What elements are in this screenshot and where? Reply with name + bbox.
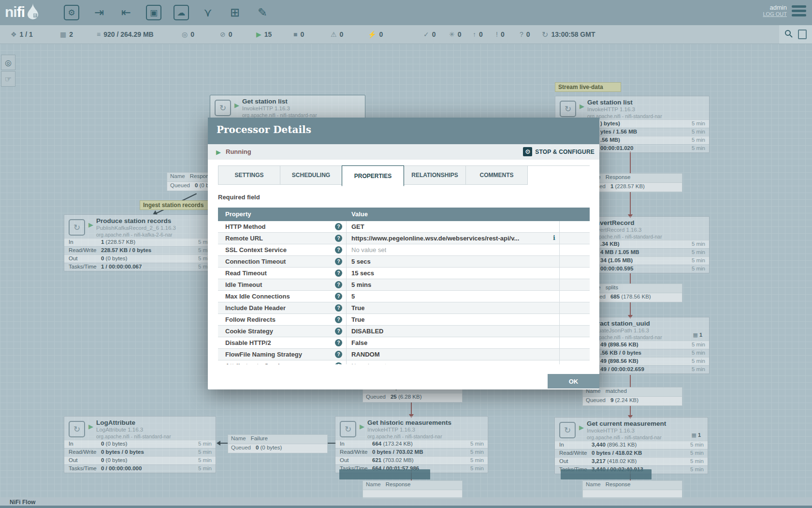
processor-name: Get station list bbox=[242, 98, 288, 105]
property-value-cell[interactable]: False bbox=[347, 337, 560, 348]
property-help-icon[interactable]: ? bbox=[335, 246, 342, 254]
property-value-cell[interactable]: RANDOM bbox=[347, 349, 560, 360]
property-help-icon[interactable]: ? bbox=[335, 269, 342, 277]
property-help-icon[interactable]: ? bbox=[335, 293, 342, 300]
q-response-bottom-right[interactable]: NameResponse bbox=[582, 480, 682, 499]
tool-processor-icon[interactable]: ⚙ bbox=[63, 4, 80, 21]
dialog-status-bar: ▶ Running ⚙ STOP & CONFIGURE bbox=[208, 144, 599, 160]
tab-relationships[interactable]: RELATIONSHIPS bbox=[404, 165, 466, 185]
property-column-header: Property bbox=[218, 208, 347, 221]
property-value-cell[interactable]: DISABLED bbox=[347, 326, 560, 337]
property-help-icon[interactable]: ? bbox=[335, 223, 342, 230]
processor-type: InvokeHTTP 1.16.3 bbox=[242, 105, 290, 111]
tool-template-icon[interactable]: ⊞ bbox=[226, 4, 244, 21]
tab-comments[interactable]: COMMENTS bbox=[465, 165, 528, 185]
properties-table: Property Value HTTP Method?GETRemote URL… bbox=[218, 208, 590, 364]
property-help-icon[interactable]: ? bbox=[335, 304, 342, 312]
processor-stat-row: Read/Write0 bytes / 418.02 KB 5 min bbox=[555, 449, 708, 457]
property-value-cell[interactable]: 5 mins bbox=[347, 279, 560, 290]
property-help-icon[interactable]: ? bbox=[335, 258, 342, 265]
tool-remote-process-group-icon[interactable]: ☁ bbox=[173, 4, 190, 21]
logout-link[interactable]: LOG OUT bbox=[763, 11, 787, 17]
breadcrumb-root[interactable]: NiFi Flow bbox=[10, 499, 35, 506]
q-failure[interactable]: NameFailureQueued0 (0 bytes) bbox=[228, 434, 328, 453]
property-help-icon[interactable]: ? bbox=[335, 328, 342, 335]
global-menu-button[interactable] bbox=[792, 5, 806, 18]
property-help-icon[interactable]: ? bbox=[335, 362, 342, 364]
bulletin-panel-icon[interactable] bbox=[798, 30, 807, 39]
property-value-cell[interactable]: No value set bbox=[347, 360, 560, 364]
property-value-cell[interactable]: 15 secs bbox=[347, 268, 560, 279]
stop-and-configure-button[interactable]: ⚙ STOP & CONFIGURE bbox=[523, 147, 594, 156]
status-bar: ❖1 / 1▦2≡920 / 264.29 MB◎0⊘0▶15■0⚠0⚡0✓0✳… bbox=[0, 25, 812, 44]
processor-stat-row: Out621 (703.02 MB)5 min bbox=[335, 456, 488, 464]
processor-bundle: org.apache.nifi - nifi-standard-nar bbox=[96, 433, 171, 439]
label-stream-live-data[interactable]: Stream live-data bbox=[555, 82, 621, 92]
nifi-logo: nifi bbox=[5, 3, 39, 21]
q-response-bottom-center[interactable]: NameResponse bbox=[362, 480, 463, 499]
property-value-cell[interactable]: No value set bbox=[347, 244, 560, 255]
processor-get-current-measurement[interactable]: ↻▶Get current measurementInvokeHTTP 1.16… bbox=[554, 417, 708, 474]
status-locally-modified: ✳0 bbox=[449, 25, 462, 44]
operate-palette-toggle[interactable]: ☞ bbox=[1, 71, 15, 87]
property-row: Disable HTTP/2?False bbox=[218, 337, 590, 349]
property-name-cell: FlowFile Naming Strategy? bbox=[218, 349, 347, 360]
processor-produce-station-records[interactable]: ↻▶Produce station recordsPublishKafkaRec… bbox=[64, 214, 216, 271]
queue-name-row: NameResponse bbox=[583, 481, 682, 490]
property-value-cell[interactable]: 5 bbox=[347, 291, 560, 302]
property-help-icon[interactable]: ? bbox=[335, 281, 342, 288]
property-help-icon[interactable]: ? bbox=[335, 235, 342, 242]
processor-details-dialog: Processor Details ▶ Running ⚙ STOP & CON… bbox=[208, 118, 599, 389]
tab-properties[interactable]: PROPERTIES bbox=[342, 165, 404, 186]
q-matched[interactable]: NamematchedQueued9 (2.24 KB) bbox=[582, 387, 682, 406]
tool-funnel-icon[interactable]: ⋎ bbox=[199, 4, 217, 21]
tool-input-port-icon[interactable]: ⇥ bbox=[90, 4, 108, 21]
processor-log-attribute[interactable]: ↻▶LogAttributeLogAttribute 1.16.3org.apa… bbox=[64, 416, 216, 473]
processor-get-historic-measurements[interactable]: ↻▶Get historic measurementsInvokeHTTP 1.… bbox=[335, 416, 488, 473]
ok-button[interactable]: OK bbox=[548, 374, 599, 388]
status-locally-modified-stale: !0 bbox=[496, 25, 505, 44]
property-value-cell[interactable]: GET bbox=[347, 221, 560, 232]
refresh-icon[interactable]: ↻ bbox=[542, 30, 548, 39]
property-help-icon[interactable]: ? bbox=[335, 339, 342, 346]
property-value-cell[interactable]: True bbox=[347, 302, 560, 314]
not-transmitting-count: 0 bbox=[229, 30, 232, 38]
processor-stat-row: Read/Write0 bytes / 703.02 MB 5 min bbox=[335, 448, 488, 456]
processor-stat-row: Read/Write228.57 KB / 0 bytes 5 min bbox=[64, 246, 216, 254]
tab-settings[interactable]: SETTINGS bbox=[218, 165, 280, 185]
value-column-header: Value bbox=[347, 208, 590, 221]
property-value-cell[interactable]: 5 secs bbox=[347, 256, 560, 267]
property-value-cell[interactable]: True bbox=[347, 314, 560, 325]
running-indicator-icon: ▶ bbox=[88, 221, 93, 228]
property-help-icon[interactable]: ? bbox=[335, 351, 342, 358]
node-count-badge: ▦1 bbox=[693, 332, 702, 338]
property-value-cell[interactable]: https://www.pegelonline.wsv.de/webservic… bbox=[347, 233, 560, 244]
not-transmitting-icon: ⊘ bbox=[220, 30, 226, 38]
tool-label-icon[interactable]: ✎ bbox=[254, 4, 271, 21]
app-header: nifi ⚙⇥⇤▣☁⋎⊞✎ admin LOG OUT bbox=[0, 0, 812, 25]
tab-scheduling[interactable]: SCHEDULING bbox=[280, 165, 342, 185]
tool-process-group-icon[interactable]: ▣ bbox=[145, 4, 162, 21]
info-icon[interactable]: i bbox=[553, 234, 555, 241]
property-row: HTTP Method?GET bbox=[218, 221, 590, 233]
stopped-icon: ■ bbox=[293, 30, 297, 38]
property-help-icon[interactable]: ? bbox=[335, 316, 342, 323]
locally-modified-stale-icon: ! bbox=[496, 30, 498, 38]
transmitting-count: 0 bbox=[190, 30, 194, 38]
search-icon[interactable] bbox=[784, 30, 793, 40]
required-field-note: Required field bbox=[218, 194, 260, 201]
property-name-cell: Idle Timeout? bbox=[218, 279, 347, 290]
refresh-status[interactable]: ↻ 13:00:58 GMT bbox=[542, 25, 595, 44]
processor-stat-row: Out3,217 (418.02 KB)5 min bbox=[555, 457, 708, 465]
processor-stat-row: In1 (228.57 KB)5 min bbox=[64, 238, 216, 246]
processor-name: Get station list bbox=[587, 99, 633, 106]
property-extra-cell bbox=[560, 360, 590, 364]
running-status-label: Running bbox=[226, 148, 251, 155]
tool-output-port-icon[interactable]: ⇤ bbox=[117, 4, 135, 21]
property-row: Attributes to Send?No value set bbox=[218, 360, 590, 364]
selected-connection-bar bbox=[561, 469, 652, 479]
navigate-palette-toggle[interactable]: ◎ bbox=[1, 55, 15, 70]
processor-type-icon: ↻ bbox=[69, 421, 85, 437]
status-sync-failure: ?0 bbox=[520, 25, 530, 44]
connected-nodes-icon: ❖ bbox=[11, 30, 17, 38]
